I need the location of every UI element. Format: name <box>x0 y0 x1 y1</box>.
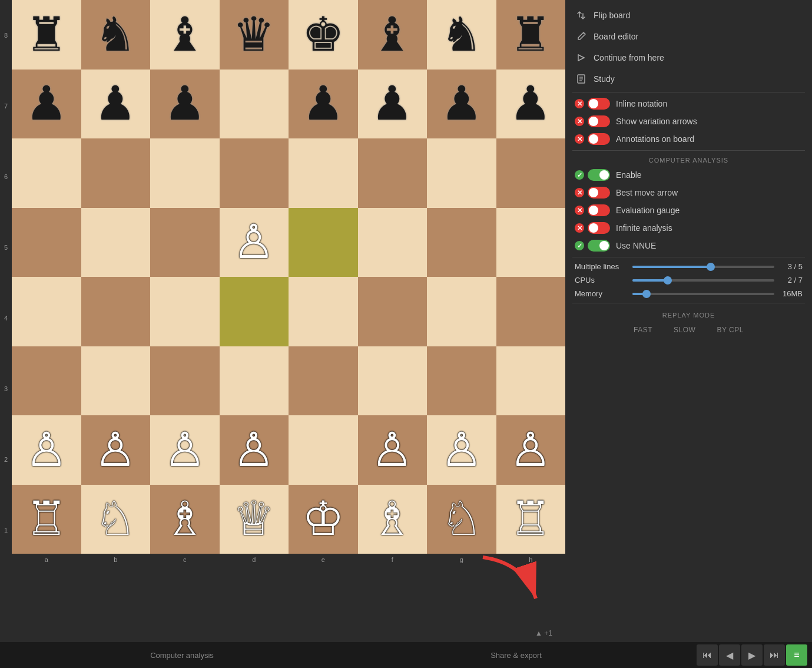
square-5-3[interactable] <box>220 346 289 416</box>
square-7-7[interactable]: ♖ <box>496 485 566 554</box>
square-2-6[interactable] <box>427 138 496 208</box>
replay-by-cpl-button[interactable]: BY CPL <box>707 323 753 336</box>
square-1-4[interactable]: ♟ <box>289 70 358 139</box>
cpus-track[interactable] <box>632 279 774 282</box>
memory-thumb[interactable] <box>642 290 651 298</box>
nav-last-button[interactable]: ⏭ <box>764 644 785 666</box>
square-4-1[interactable] <box>81 277 151 346</box>
square-1-0[interactable]: ♟ <box>12 70 81 139</box>
continue-from-here-item[interactable]: Continue from here <box>572 47 805 68</box>
square-1-1[interactable]: ♟ <box>81 70 151 139</box>
share-export-label[interactable]: Share & export <box>490 651 542 660</box>
square-3-1[interactable] <box>81 208 151 277</box>
square-2-0[interactable] <box>12 138 81 208</box>
square-6-3[interactable]: ♙ <box>220 415 289 485</box>
replay-slow-button[interactable]: SLOW <box>664 323 705 336</box>
cpus-thumb[interactable] <box>664 276 672 285</box>
infinite-analysis-toggle[interactable] <box>588 222 610 234</box>
square-2-4[interactable] <box>289 138 358 208</box>
square-4-3[interactable] <box>220 277 289 346</box>
replay-fast-button[interactable]: FAST <box>624 323 662 336</box>
square-5-6[interactable] <box>427 346 496 416</box>
evaluation-gauge-toggle[interactable] <box>588 204 610 216</box>
square-4-5[interactable] <box>358 277 427 346</box>
square-7-3[interactable]: ♕ <box>220 485 289 554</box>
square-1-5[interactable]: ♟ <box>358 70 427 139</box>
square-2-3[interactable] <box>220 138 289 208</box>
square-7-6[interactable]: ♘ <box>427 485 496 554</box>
square-6-6[interactable]: ♙ <box>427 415 496 485</box>
use-nnue-toggle[interactable] <box>588 240 610 252</box>
square-2-1[interactable] <box>81 138 151 208</box>
square-7-1[interactable]: ♘ <box>81 485 151 554</box>
study-item[interactable]: Study <box>572 68 805 90</box>
nav-next-button[interactable]: ▶ <box>741 644 763 666</box>
square-5-4[interactable] <box>289 346 358 416</box>
annotations-on-board-knob <box>589 134 598 144</box>
square-0-3[interactable]: ♛ <box>220 0 289 70</box>
square-6-2[interactable]: ♙ <box>150 415 220 485</box>
square-3-5[interactable] <box>358 208 427 277</box>
square-4-7[interactable] <box>496 277 566 346</box>
square-1-3[interactable] <box>220 70 289 139</box>
square-5-0[interactable] <box>12 346 81 416</box>
square-0-0[interactable]: ♜ <box>12 0 81 70</box>
piece-wP-6-6: ♙ <box>440 426 483 474</box>
nav-prev-button[interactable]: ◀ <box>719 644 740 666</box>
square-5-7[interactable] <box>496 346 566 416</box>
multiple-lines-track[interactable] <box>632 266 774 268</box>
square-5-2[interactable] <box>150 346 220 416</box>
square-6-0[interactable]: ♙ <box>12 415 81 485</box>
best-move-arrow-row: ✕ Best move arrow <box>572 184 805 201</box>
square-0-6[interactable]: ♞ <box>427 0 496 70</box>
square-5-5[interactable] <box>358 346 427 416</box>
square-4-0[interactable] <box>12 277 81 346</box>
square-5-1[interactable] <box>81 346 151 416</box>
square-4-6[interactable] <box>427 277 496 346</box>
square-6-7[interactable]: ♙ <box>496 415 566 485</box>
computer-analysis-bottom-label[interactable]: Computer analysis <box>150 651 214 660</box>
nav-menu-button[interactable]: ≡ <box>786 644 807 666</box>
board-editor-item[interactable]: Board editor <box>572 26 805 47</box>
square-1-2[interactable]: ♟ <box>150 70 220 139</box>
square-0-4[interactable]: ♚ <box>289 0 358 70</box>
nav-first-button[interactable]: ⏮ <box>697 644 718 666</box>
inline-notation-toggle[interactable] <box>588 98 610 110</box>
square-0-5[interactable]: ♝ <box>358 0 427 70</box>
square-1-6[interactable]: ♟ <box>427 70 496 139</box>
square-4-4[interactable] <box>289 277 358 346</box>
square-2-5[interactable] <box>358 138 427 208</box>
square-3-4[interactable] <box>289 208 358 277</box>
square-7-4[interactable]: ♔ <box>289 485 358 554</box>
square-0-2[interactable]: ♝ <box>150 0 220 70</box>
square-2-7[interactable] <box>496 138 566 208</box>
square-3-2[interactable] <box>150 208 220 277</box>
inline-notation-label: Inline notation <box>616 99 667 108</box>
square-3-3[interactable]: ♙ <box>220 208 289 277</box>
square-0-7[interactable]: ♜ <box>496 0 566 70</box>
annotations-on-board-toggle[interactable] <box>588 133 610 145</box>
square-0-1[interactable]: ♞ <box>81 0 151 70</box>
square-7-0[interactable]: ♖ <box>12 485 81 554</box>
square-6-1[interactable]: ♙ <box>81 415 151 485</box>
board-editor-icon <box>575 30 588 43</box>
square-6-4[interactable] <box>289 415 358 485</box>
square-3-0[interactable] <box>12 208 81 277</box>
flip-board-item[interactable]: Flip board <box>572 5 805 26</box>
square-7-2[interactable]: ♗ <box>150 485 220 554</box>
memory-track[interactable] <box>632 293 774 295</box>
square-3-6[interactable] <box>427 208 496 277</box>
chess-board[interactable]: ♜♞♝♛♚♝♞♜♟♟♟♟♟♟♟♙♙♙♙♙♙♙♙♖♘♗♕♔♗♘♖ <box>12 0 565 554</box>
square-6-5[interactable]: ♙ <box>358 415 427 485</box>
enable-toggle[interactable] <box>588 169 610 181</box>
file-c: c <box>150 554 220 566</box>
multiple-lines-thumb[interactable] <box>707 263 715 271</box>
show-variation-arrows-toggle[interactable] <box>588 115 610 127</box>
square-3-7[interactable] <box>496 208 566 277</box>
best-move-arrow-toggle[interactable] <box>588 187 610 199</box>
square-7-5[interactable]: ♗ <box>358 485 427 554</box>
piece-bP-1-6: ♟ <box>440 80 483 127</box>
square-4-2[interactable] <box>150 277 220 346</box>
square-1-7[interactable]: ♟ <box>496 70 566 139</box>
square-2-2[interactable] <box>150 138 220 208</box>
